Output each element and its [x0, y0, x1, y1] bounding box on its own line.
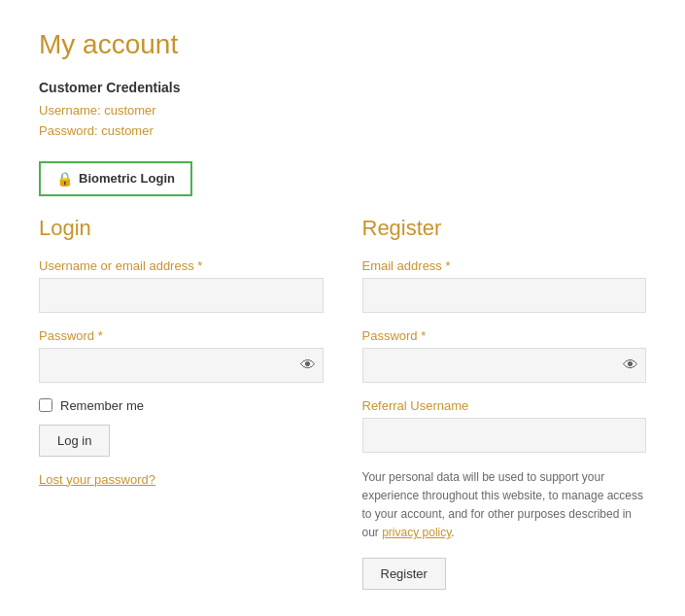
- biometric-login-button[interactable]: 🔒 Biometric Login: [39, 161, 192, 196]
- register-password-field-group: Password * 👁: [362, 328, 647, 383]
- login-password-input[interactable]: [39, 348, 324, 383]
- credentials-title: Customer Credentials: [39, 80, 646, 95]
- register-password-input[interactable]: [362, 348, 647, 383]
- privacy-text: Your personal data will be used to suppo…: [362, 468, 647, 543]
- lock-icon: 🔒: [56, 171, 73, 187]
- login-button[interactable]: Log in: [39, 425, 110, 457]
- email-label: Email address *: [362, 258, 647, 273]
- register-column: Register Email address * Password * 👁 Re…: [362, 216, 647, 591]
- email-field-group: Email address *: [362, 258, 647, 313]
- login-section-title: Login: [39, 216, 324, 241]
- referral-input[interactable]: [362, 418, 647, 453]
- referral-field-group: Referral Username: [362, 398, 647, 453]
- remember-me-label: Remember me: [60, 398, 144, 413]
- register-password-label: Password *: [362, 328, 647, 343]
- login-column: Login Username or email address * Passwo…: [39, 216, 324, 591]
- username-label: Username or email address *: [39, 258, 324, 273]
- privacy-policy-link[interactable]: privacy policy: [382, 526, 451, 539]
- biometric-login-label: Biometric Login: [79, 171, 175, 186]
- credentials-section: Customer Credentials Username: customer …: [39, 80, 646, 142]
- two-column-layout: Login Username or email address * Passwo…: [39, 216, 646, 591]
- login-password-label: Password *: [39, 328, 324, 343]
- register-password-toggle-icon[interactable]: 👁: [623, 357, 638, 374]
- login-password-wrapper: 👁: [39, 348, 324, 383]
- remember-row: Remember me: [39, 398, 324, 413]
- username-input[interactable]: [39, 278, 324, 313]
- remember-me-checkbox[interactable]: [39, 398, 52, 412]
- email-input[interactable]: [362, 278, 647, 313]
- username-field-group: Username or email address *: [39, 258, 324, 313]
- referral-label: Referral Username: [362, 398, 647, 413]
- lost-password-link[interactable]: Lost your password?: [39, 472, 324, 487]
- login-password-toggle-icon[interactable]: 👁: [300, 357, 316, 374]
- login-password-field-group: Password * 👁: [39, 328, 324, 383]
- page-title: My account: [39, 29, 646, 60]
- credentials-username: Username: customer: [39, 101, 646, 121]
- register-password-wrapper: 👁: [362, 348, 647, 383]
- credentials-password: Password: customer: [39, 121, 646, 142]
- register-section-title: Register: [362, 216, 647, 241]
- register-button[interactable]: Register: [362, 558, 446, 590]
- privacy-text-after: .: [451, 526, 454, 539]
